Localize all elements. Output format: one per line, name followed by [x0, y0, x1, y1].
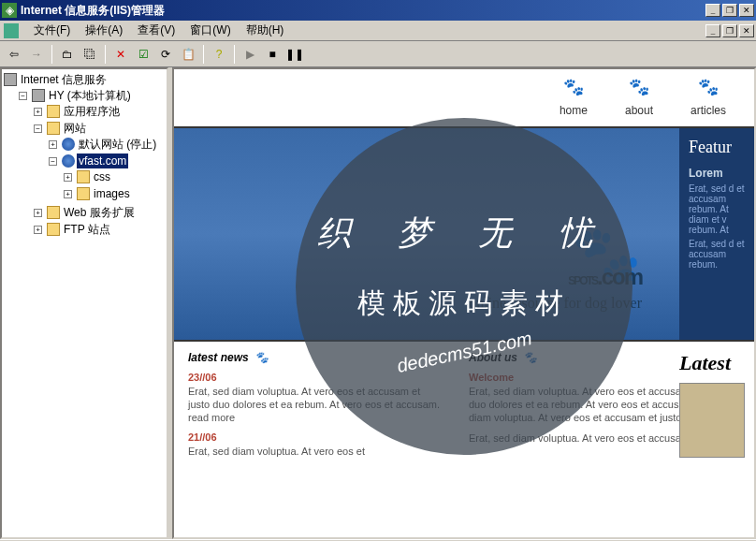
sidebar-text-2: Erat, sed d et accusam rebum. — [689, 239, 745, 270]
latest-news-heading: latest news🐾 — [188, 351, 441, 364]
separator — [203, 45, 204, 64]
separator — [105, 45, 106, 64]
nav-about[interactable]: 🐾about — [625, 77, 653, 119]
expand-toggle[interactable]: + — [34, 108, 42, 116]
news-date-2: 21//06 — [188, 431, 441, 443]
show-tree-button[interactable]: ⿻ — [80, 44, 100, 65]
window-titlebar: ◈ Internet 信息服务(IIS)管理器 _ ❐ ✕ — [0, 0, 756, 21]
globe-icon — [62, 138, 75, 151]
nav-articles[interactable]: 🐾articles — [691, 77, 726, 119]
tree-web-ext[interactable]: Web 服务扩展 — [62, 205, 137, 220]
latest-heading: Latest — [679, 351, 754, 375]
latest-col: Latest — [679, 351, 754, 458]
menu-bar: 文件(F) 操作(A) 查看(V) 窗口(W) 帮助(H) _ ❐ ✕ — [0, 21, 756, 41]
folder-icon — [77, 170, 90, 183]
server-icon — [4, 73, 17, 86]
folder-icon — [47, 105, 60, 118]
site-body: latest news🐾 23//06 Erat, sed diam volup… — [174, 342, 754, 467]
news-date-1: 23//06 — [188, 372, 441, 383]
paw-icon: 🐾 — [560, 77, 588, 97]
mdi-restore-button[interactable]: ❐ — [722, 24, 737, 37]
menu-view[interactable]: 查看(V) — [130, 21, 182, 40]
separator — [234, 45, 235, 64]
back-button[interactable]: ⇦ — [4, 44, 24, 65]
sidebar-text-1: Erat, sed d et accusam rebum. At diam et… — [689, 183, 745, 235]
expand-toggle[interactable]: + — [34, 226, 42, 234]
tree-internet-info[interactable]: Internet 信息服务 — [19, 72, 109, 87]
play-button[interactable]: ▶ — [240, 44, 260, 65]
paw-icon: 🐾 — [254, 351, 269, 364]
paw-icon: 🐾 — [691, 77, 726, 97]
tagline: online resourse for dog lover — [469, 295, 642, 312]
tree-css-folder[interactable]: css — [92, 169, 112, 184]
mmc-icon — [4, 23, 19, 38]
toolbar: ⇦ → 🗀 ⿻ ✕ ☑ ⟳ 📋 ? ▶ ■ ❚❚ — [0, 41, 756, 67]
minimize-button[interactable]: _ — [705, 4, 720, 17]
feature-heading: Featur — [689, 138, 745, 157]
expand-toggle[interactable]: + — [49, 140, 57, 149]
pause-button[interactable]: ❚❚ — [284, 44, 305, 65]
close-button[interactable]: ✕ — [739, 4, 754, 17]
computer-icon — [32, 89, 45, 102]
menu-file[interactable]: 文件(F) — [26, 21, 78, 40]
collapse-toggle[interactable]: − — [19, 92, 27, 100]
collapse-toggle[interactable]: − — [49, 157, 57, 166]
tree-computer[interactable]: HY (本地计算机) — [47, 88, 133, 103]
tree-ftp[interactable]: FTP 站点 — [62, 222, 112, 237]
tree-vfast-site[interactable]: vfast.com — [77, 154, 128, 168]
menu-window[interactable]: 窗口(W) — [182, 21, 238, 40]
folder-icon — [77, 187, 90, 200]
tree-pane[interactable]: Internet 信息服务 −HY (本地计算机) +应用程序池 −网站 +默认… — [0, 67, 168, 539]
site-hero: 🐾 SPOTS.com online resourse for dog love… — [174, 126, 754, 342]
content-pane: 🐾home 🐾about 🐾articles 🐾 SPOTS.com onlin… — [172, 67, 756, 539]
expand-toggle[interactable]: + — [64, 190, 72, 198]
paw-icon: 🐾 — [625, 77, 653, 97]
window-title: Internet 信息服务(IIS)管理器 — [21, 3, 704, 19]
forward-button[interactable]: → — [26, 44, 47, 65]
stop-button[interactable]: ■ — [262, 44, 283, 65]
tree-sites[interactable]: 网站 — [62, 121, 88, 136]
folder-icon — [47, 223, 60, 236]
collapse-toggle[interactable]: − — [34, 124, 42, 133]
site-preview: 🐾home 🐾about 🐾articles 🐾 SPOTS.com onlin… — [174, 69, 754, 537]
export-button[interactable]: 📋 — [178, 44, 198, 65]
refresh-button[interactable]: ⟳ — [155, 44, 176, 65]
hero-sidebar: Featur Lorem Erat, sed d et accusam rebu… — [679, 128, 754, 340]
tree-images-folder[interactable]: images — [92, 186, 132, 201]
folder-icon — [47, 122, 60, 135]
properties-button[interactable]: ☑ — [133, 44, 153, 65]
lorem-heading: Lorem — [689, 167, 745, 180]
mdi-minimize-button[interactable]: _ — [705, 24, 720, 37]
separator — [51, 45, 52, 64]
menu-help[interactable]: 帮助(H) — [239, 21, 292, 40]
brand-name: SPOTS.com — [469, 243, 642, 295]
news-text-2: Erat, sed diam voluptua. At vero eos et — [188, 445, 441, 458]
up-button[interactable]: 🗀 — [57, 44, 78, 65]
tree-default-site[interactable]: 默认网站 (停止) — [77, 137, 158, 152]
app-icon: ◈ — [2, 3, 17, 18]
expand-toggle[interactable]: + — [64, 173, 72, 182]
menu-action[interactable]: 操作(A) — [78, 21, 130, 40]
help-button[interactable]: ? — [209, 44, 229, 65]
site-nav: 🐾home 🐾about 🐾articles — [174, 69, 754, 126]
news-text-1: Erat, sed diam voluptua. At vero eos et … — [188, 385, 441, 424]
hero-text: SPOTS.com online resourse for dog lover — [469, 243, 642, 312]
expand-toggle[interactable]: + — [34, 209, 42, 217]
tree-app-pool[interactable]: 应用程序池 — [62, 104, 122, 119]
main-area: Internet 信息服务 −HY (本地计算机) +应用程序池 −网站 +默认… — [0, 67, 756, 539]
maximize-button[interactable]: ❐ — [722, 4, 737, 17]
globe-icon — [62, 154, 75, 168]
dog-thumbnail — [679, 383, 745, 458]
mdi-close-button[interactable]: ✕ — [739, 24, 754, 37]
delete-button[interactable]: ✕ — [110, 44, 131, 65]
folder-icon — [47, 206, 60, 219]
latest-news-col: latest news🐾 23//06 Erat, sed diam volup… — [188, 351, 441, 458]
tree-root: Internet 信息服务 −HY (本地计算机) +应用程序池 −网站 +默认… — [4, 71, 165, 240]
paw-icon: 🐾 — [523, 351, 537, 364]
nav-home[interactable]: 🐾home — [560, 77, 588, 119]
